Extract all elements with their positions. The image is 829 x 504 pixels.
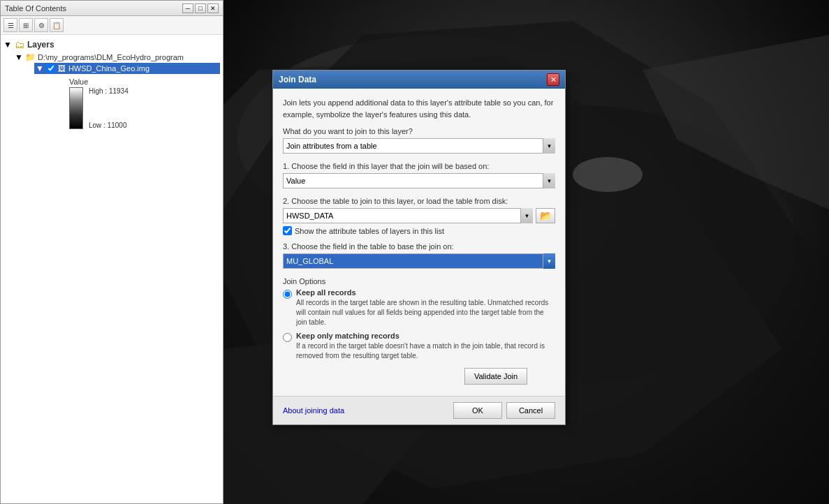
step3-label: 3. Choose the field in the table to base… [283,242,555,251]
footer-left: About joining data [283,406,344,415]
keep-all-content: Keep all records All records in the targ… [296,288,555,327]
step1-section: 1. Choose the field in this layer that t… [283,162,555,188]
step1-select-wrapper: Value ▼ [283,173,555,188]
step1-select-row: Value ▼ [283,173,555,188]
validate-join-button[interactable]: Validate Join [464,368,527,385]
step2-label: 2. Choose the table to join to this laye… [283,197,555,205]
step2-select-row: HWSD_DATA ▼ 📂 [283,208,555,223]
keep-matching-content: Keep only matching records If a record i… [296,332,555,361]
keep-matching-title: Keep only matching records [296,332,555,340]
join-type-section: What do you want to join to this layer? … [283,127,555,154]
step2-section: 2. Choose the table to join to this laye… [283,197,555,235]
join-type-select-row: Join attributes from a table ▼ [283,138,555,154]
dialog-titlebar: Join Data ✕ [273,71,565,89]
step3-field-select[interactable]: MU_GLOBAL [283,253,555,269]
show-tables-row: Show the attribute tables of layers in t… [283,226,555,235]
dialog-close-button[interactable]: ✕ [547,73,559,86]
join-options-title: Join Options [283,277,555,286]
step1-label: 1. Choose the field in this layer that t… [283,162,555,170]
step1-field-select[interactable]: Value [283,173,555,188]
keep-all-records-option: Keep all records All records in the targ… [283,288,555,327]
step3-select-wrapper: MU_GLOBAL ▼ [283,253,555,269]
cancel-button[interactable]: Cancel [506,402,555,419]
keep-matching-records-option: Keep only matching records If a record i… [283,332,555,361]
join-options-section: Join Options Keep all records All record… [283,277,555,361]
browse-button[interactable]: 📂 [536,208,555,223]
keep-all-title: Keep all records [296,288,555,297]
step3-select-row: MU_GLOBAL ▼ [283,253,555,269]
dialog-overlay: Join Data ✕ Join lets you append additio… [0,0,829,504]
step2-table-select[interactable]: HWSD_DATA [283,208,533,223]
footer-buttons: OK Cancel [453,402,555,419]
dialog-footer: About joining data OK Cancel [273,396,565,424]
join-type-select[interactable]: Join attributes from a table [283,138,555,154]
ok-button[interactable]: OK [453,402,502,419]
keep-all-radio[interactable] [283,290,292,299]
about-joining-link[interactable]: About joining data [283,406,344,415]
keep-matching-radio[interactable] [283,333,292,342]
step2-select-wrapper: HWSD_DATA ▼ [283,208,533,223]
step3-section: 3. Choose the field in the table to base… [283,242,555,269]
show-tables-checkbox[interactable] [283,226,292,235]
join-question-label: What do you want to join to this layer? [283,127,555,135]
join-data-dialog: Join Data ✕ Join lets you append additio… [272,70,566,425]
dialog-intro-text: Join lets you append additional data to … [283,97,555,120]
keep-matching-desc: If a record in the target table doesn't … [296,341,555,361]
dialog-title: Join Data [279,75,316,84]
validate-row: Validate Join [283,368,555,385]
join-type-select-wrapper: Join attributes from a table ▼ [283,138,555,154]
dialog-body: Join lets you append additional data to … [273,89,565,396]
browse-icon: 📂 [540,210,552,221]
show-tables-label: Show the attribute tables of layers in t… [295,227,444,235]
keep-all-desc: All records in the target table are show… [296,298,555,327]
